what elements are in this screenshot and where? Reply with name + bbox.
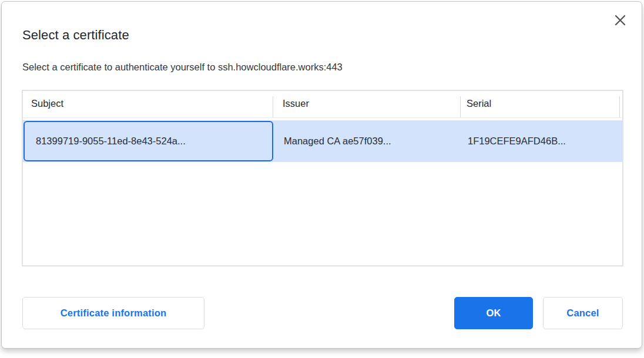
column-divider xyxy=(273,96,273,117)
issuer-value: Managed CA ae57f039... xyxy=(284,136,391,147)
certificate-row-selected[interactable]: 81399719-9055-11ed-8e43-524a... Managed … xyxy=(23,120,622,162)
cell-issuer[interactable]: Managed CA ae57f039... xyxy=(284,120,391,162)
column-divider xyxy=(619,96,620,117)
column-header-subject: Subject xyxy=(31,98,63,109)
certificate-table: Subject Issuer Serial 81399719-9055-11ed… xyxy=(22,90,623,266)
cancel-button[interactable]: Cancel xyxy=(543,297,623,329)
close-button[interactable] xyxy=(611,12,629,30)
serial-value: 1F19CEFE9AFD46B... xyxy=(468,136,566,147)
ok-button[interactable]: OK xyxy=(454,297,533,329)
subject-value: 81399719-9055-11ed-8e43-524a... xyxy=(36,136,186,147)
certificate-information-button[interactable]: Certificate information xyxy=(22,297,204,329)
select-certificate-dialog: Select a certificate Select a certificat… xyxy=(1,1,642,349)
column-header-serial: Serial xyxy=(467,98,491,109)
dialog-subtitle: Select a certificate to authenticate you… xyxy=(22,62,343,73)
table-header: Subject Issuer Serial xyxy=(23,91,622,118)
cell-subject[interactable]: 81399719-9055-11ed-8e43-524a... xyxy=(24,121,273,161)
column-header-issuer: Issuer xyxy=(283,98,309,109)
cell-serial[interactable]: 1F19CEFE9AFD46B... xyxy=(468,120,566,162)
close-icon xyxy=(613,13,627,29)
dialog-title: Select a certificate xyxy=(22,28,129,43)
column-divider xyxy=(460,96,461,117)
